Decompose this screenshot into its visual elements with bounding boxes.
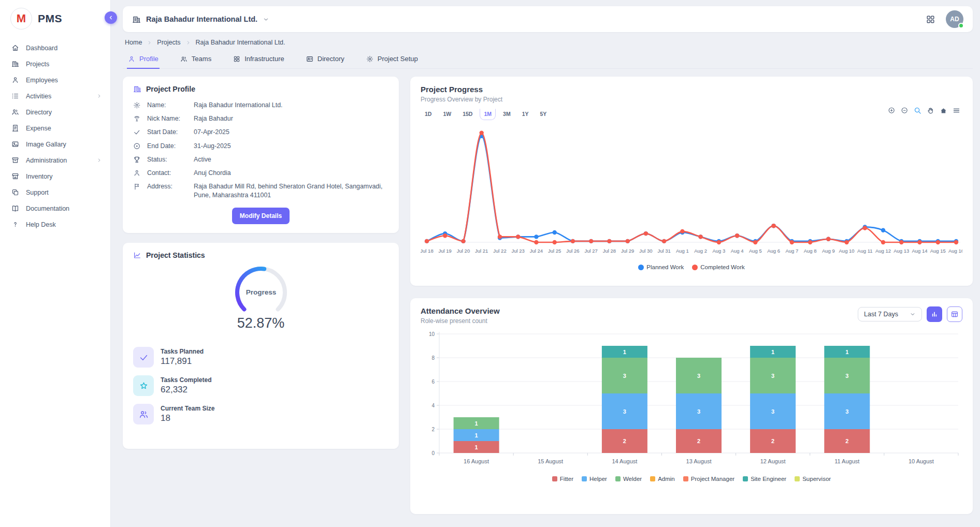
field-label: Nick Name: (147, 114, 188, 123)
legend-fitter[interactable]: Fitter (552, 476, 573, 482)
company-selector[interactable]: Raja Bahadur International Ltd. (132, 15, 269, 24)
range-button-3m[interactable]: 3M (499, 109, 515, 120)
field-value: Raja Bahadur (194, 114, 388, 123)
view-button-table[interactable] (947, 306, 962, 322)
legend-site-engineer[interactable]: Site Engineer (743, 476, 786, 482)
chevron-right-icon (96, 93, 102, 99)
sidebar-item-help-desk[interactable]: Help Desk (0, 216, 110, 232)
reset-icon[interactable] (940, 107, 947, 114)
range-button-15d[interactable]: 15D (458, 109, 477, 120)
range-button-1y[interactable]: 1Y (518, 109, 533, 120)
logo[interactable]: M PMS (0, 0, 110, 38)
legend-planned-work[interactable]: Planned Work (638, 264, 684, 270)
tab-directory[interactable]: Directory (305, 51, 345, 69)
progress-gauge-arc: Progress (217, 264, 305, 317)
stat-label: Current Team Size (161, 405, 214, 412)
company-name: Raja Bahadur International Ltd. (146, 15, 257, 23)
archive-icon (11, 156, 19, 164)
sidebar-item-directory[interactable]: Directory (0, 104, 110, 120)
date-filter-select[interactable]: Last 7 Days (858, 307, 922, 321)
stat-current-team-size: Current Team Size18 (133, 404, 388, 424)
svg-text:Aug 12: Aug 12 (875, 248, 891, 254)
svg-text:10: 10 (429, 331, 435, 337)
sidebar-item-administration[interactable]: Administration (0, 152, 110, 168)
range-button-1w[interactable]: 1W (439, 109, 455, 120)
stat-iconbox (133, 404, 154, 424)
tab-label: Project Setup (378, 55, 418, 63)
breadcrumb-item-projects[interactable]: Projects (157, 39, 180, 46)
project-progress-chart[interactable]: Jul 18Jul 19Jul 20Jul 21Jul 22Jul 23Jul … (421, 120, 962, 261)
apps-grid-icon[interactable] (926, 14, 935, 24)
breadcrumb-separator-icon (147, 40, 152, 46)
people-icon (11, 108, 19, 116)
tab-infrastructure[interactable]: Infrastructure (232, 51, 285, 69)
tab-profile[interactable]: Profile (127, 51, 160, 69)
project-statistics-title: Project Statistics (146, 251, 205, 259)
pan-icon[interactable] (927, 107, 934, 114)
stat-label: Tasks Completed (161, 376, 211, 384)
legend-swatch (650, 476, 655, 481)
sidebar-item-expense[interactable]: Expense (0, 120, 110, 136)
legend-welder[interactable]: Welder (615, 476, 642, 482)
sidebar-item-label: Documentation (26, 205, 69, 212)
legend-swatch (552, 476, 557, 481)
svg-text:2: 2 (771, 438, 774, 444)
svg-text:3: 3 (623, 408, 626, 415)
sidebar-item-image-gallary[interactable]: Image Gallary (0, 136, 110, 152)
field-value: Raja Bahadur Mill Rd, behind Sheraton Gr… (194, 182, 388, 199)
svg-text:Aug 7: Aug 7 (785, 248, 798, 254)
attendance-chart[interactable]: 024681011116 August15 August233114 Augus… (421, 330, 962, 473)
svg-text:11 August: 11 August (834, 458, 859, 464)
view-button-bars[interactable] (927, 306, 942, 322)
chevron-down-icon (263, 16, 269, 23)
stat-label: Tasks Planned (161, 348, 204, 355)
sidebar-item-dashboard[interactable]: Dashboard (0, 40, 110, 56)
svg-text:Aug 11: Aug 11 (857, 248, 872, 254)
tab-label: Infrastructure (244, 55, 284, 63)
contact-card-icon (306, 55, 313, 63)
tab-label: Directory (318, 55, 344, 63)
field-value: 31-Aug-2025 (194, 142, 388, 151)
legend-project-manager[interactable]: Project Manager (683, 476, 734, 482)
selection-zoom-icon[interactable] (914, 107, 921, 114)
sidebar-item-documentation[interactable]: Documentation (0, 200, 110, 216)
zoom-in-icon[interactable] (888, 107, 896, 114)
svg-text:3: 3 (771, 408, 774, 415)
tab-teams[interactable]: Teams (179, 51, 212, 69)
legend-supervisor[interactable]: Supervisor (795, 476, 831, 482)
svg-text:16 August: 16 August (464, 458, 489, 464)
user-avatar[interactable]: AD (946, 10, 963, 28)
range-button-1m[interactable]: 1M (480, 109, 496, 120)
svg-text:Jul 18: Jul 18 (421, 248, 434, 254)
tab-project-setup[interactable]: Project Setup (365, 51, 419, 69)
logo-mark-icon: M (10, 8, 32, 30)
person-icon (133, 169, 141, 177)
sidebar-collapse-button[interactable] (105, 11, 117, 24)
sidebar-item-inventory[interactable]: Inventory (0, 168, 110, 184)
legend-completed-work[interactable]: Completed Work (692, 264, 744, 270)
sidebar-item-label: Expense (26, 125, 51, 132)
svg-text:Aug 1: Aug 1 (676, 248, 689, 254)
breadcrumb-item-raja-bahadur-international-ltd[interactable]: Raja Bahadur International Ltd. (196, 39, 285, 46)
legend-label: Project Manager (691, 476, 734, 482)
menu-icon[interactable] (953, 107, 960, 114)
breadcrumb-item-home[interactable]: Home (125, 39, 142, 46)
modify-details-button[interactable]: Modify Details (232, 208, 290, 224)
sidebar-item-activities[interactable]: Activities (0, 88, 110, 104)
stat-tasks-completed: Tasks Completed62,332 (133, 375, 388, 396)
chevron-left-icon (108, 14, 114, 21)
legend-admin[interactable]: Admin (650, 476, 675, 482)
range-button-1d[interactable]: 1D (421, 109, 436, 120)
range-button-5y[interactable]: 5Y (536, 109, 551, 120)
sidebar-item-projects[interactable]: Projects (0, 56, 110, 72)
sidebar-item-employees[interactable]: Employees (0, 72, 110, 88)
legend-helper[interactable]: Helper (582, 476, 607, 482)
person-icon (128, 55, 135, 63)
svg-text:15 August: 15 August (538, 458, 563, 464)
field-label: Start Date: (147, 128, 188, 137)
zoom-out-icon[interactable] (901, 107, 909, 114)
legend-label: Fitter (560, 476, 573, 482)
sidebar-item-support[interactable]: Support (0, 184, 110, 200)
svg-text:2: 2 (623, 438, 626, 444)
legend-swatch (692, 265, 698, 270)
